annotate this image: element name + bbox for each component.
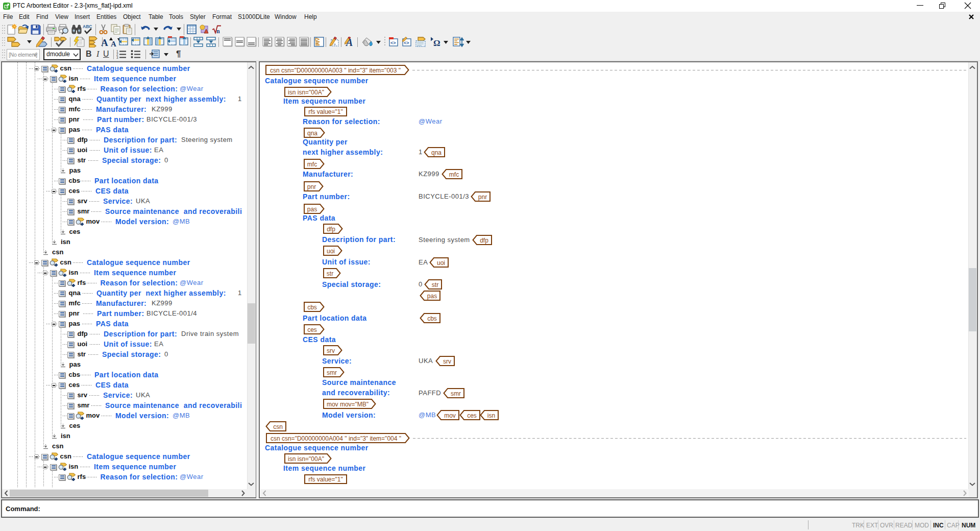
svg-text:qna: qna [307,129,317,136]
svg-text:ces: ces [467,412,477,419]
svg-text:csn csn="D00000000A003 " ind=": csn csn="D00000000A003 " ind="3" item="0… [270,67,401,74]
svg-text:csn csn="D00000000A004 " ind=": csn csn="D00000000A004 " ind="3" item="0… [271,435,401,442]
svg-text:smr: smr [327,369,337,376]
svg-text:qna: qna [431,149,442,156]
svg-text:pas: pas [307,205,317,212]
svg-text:<>: <> [390,40,396,45]
svg-text:A: A [111,40,116,47]
svg-text:cbs: cbs [307,304,317,311]
svg-text:mov mov="MB": mov mov="MB" [327,401,369,408]
svg-text:isn: isn [487,412,495,419]
svg-text:dfp: dfp [480,236,488,244]
svg-text:smr: smr [451,390,461,397]
svg-text:csn: csn [273,423,283,430]
svg-text:rfs value="1": rfs value="1" [308,476,343,483]
svg-text:Ω: Ω [433,38,440,47]
svg-text:str: str [327,270,333,277]
svg-text:pnr: pnr [478,194,487,201]
svg-text:uoi: uoi [327,248,335,255]
svg-text:srv: srv [443,358,451,365]
svg-text:srv: srv [327,347,335,354]
svg-text:uoi: uoi [437,259,445,266]
svg-text:isn isn="00A": isn isn="00A" [288,88,324,95]
svg-text:ces: ces [307,326,317,333]
svg-text:mfc: mfc [449,171,459,178]
svg-text:str: str [432,281,438,288]
svg-text:isn isn="00A": isn isn="00A" [288,455,324,462]
svg-text:dfp: dfp [327,226,335,233]
svg-text:cbs: cbs [427,315,437,322]
svg-text:A: A [101,37,108,47]
svg-text:pnr: pnr [307,183,316,190]
svg-text:pas: pas [427,293,437,300]
svg-text:ABC: ABC [83,24,92,29]
svg-text:mov: mov [444,412,456,419]
svg-text:rfs value="1": rfs value="1" [308,108,343,115]
svg-text:n: n [216,28,220,34]
svg-text:3: 3 [116,56,118,59]
svg-text:mfc: mfc [307,160,317,167]
